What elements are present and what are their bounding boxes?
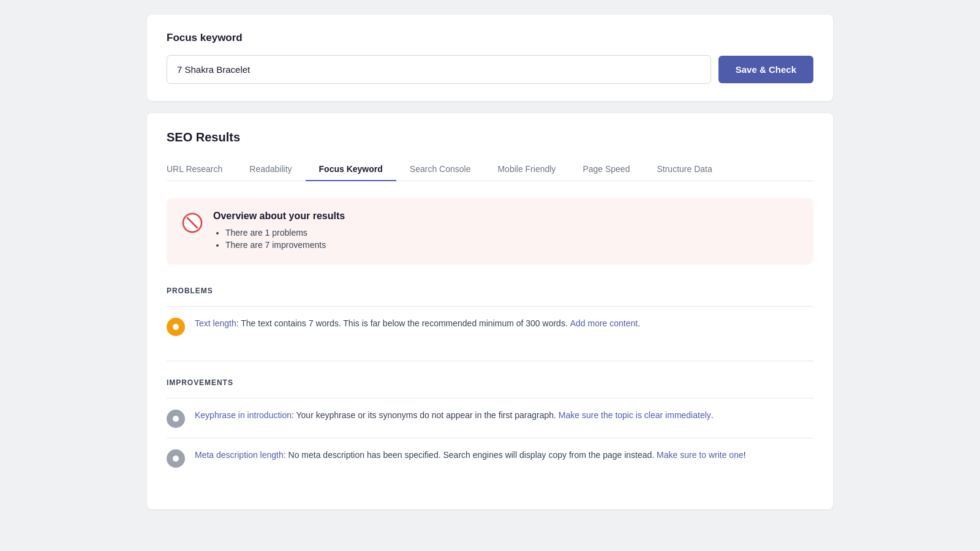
problems-label: PROBLEMS <box>167 287 813 295</box>
section-divider <box>167 361 813 361</box>
meta-text-body: : No meta description has been specified… <box>284 450 657 460</box>
problems-section: PROBLEMS Text length: The text contains … <box>167 287 813 346</box>
keyphrase-intro-link[interactable]: Keyphrase in introduction <box>195 410 292 420</box>
improvements-label: IMPROVEMENTS <box>167 378 813 387</box>
tab-page-speed[interactable]: Page Speed <box>569 158 643 181</box>
overview-list: There are 1 problems There are 7 improve… <box>213 228 345 250</box>
overview-heading: Overview about your results <box>213 211 345 222</box>
tab-readability[interactable]: Readability <box>236 158 305 181</box>
save-check-button[interactable]: Save & Check <box>718 56 813 83</box>
badge-dot-2 <box>173 455 179 462</box>
improvement-meta-content: Meta description length: No meta descrip… <box>195 448 746 462</box>
problem-text-body: : The text contains 7 words. This is far… <box>236 318 570 328</box>
tabs-row: URL Research Readability Focus Keyword S… <box>167 158 813 181</box>
problem-text-length: Text length: The text contains 7 words. … <box>167 306 813 346</box>
overview-item-improvements: There are 7 improvements <box>225 240 345 250</box>
overview-item-problems: There are 1 problems <box>225 228 345 238</box>
tab-search-console[interactable]: Search Console <box>396 158 484 181</box>
focus-keyword-title: Focus keyword <box>167 32 813 44</box>
improvements-section: IMPROVEMENTS Keyphrase in introduction: … <box>167 378 813 478</box>
problem-badge-orange <box>167 318 185 336</box>
keyphrase-text-end: . <box>711 410 714 420</box>
warning-icon <box>181 212 203 234</box>
seo-results-card: SEO Results URL Research Readability Foc… <box>147 113 833 509</box>
overview-content: Overview about your results There are 1 … <box>213 211 345 252</box>
improvement-keyphrase-intro: Keyphrase in introduction: Your keyphras… <box>167 398 813 438</box>
meta-text-end: ! <box>744 450 746 460</box>
improvement-badge-gray-1 <box>167 410 185 428</box>
seo-results-title: SEO Results <box>167 130 813 144</box>
focus-keyword-input[interactable] <box>167 55 711 84</box>
problem-text-length-content: Text length: The text contains 7 words. … <box>195 317 640 330</box>
meta-description-link[interactable]: Meta description length <box>195 450 284 460</box>
add-more-content-link[interactable]: Add more content <box>570 318 638 328</box>
write-meta-link[interactable]: Make sure to write one <box>657 450 744 460</box>
make-topic-clear-link[interactable]: Make sure the topic is clear immediately <box>559 410 711 420</box>
text-length-link[interactable]: Text length <box>195 318 236 328</box>
badge-dot-1 <box>173 416 179 422</box>
tab-structure-data[interactable]: Structure Data <box>643 158 725 181</box>
improvement-keyphrase-content: Keyphrase in introduction: Your keyphras… <box>195 408 714 422</box>
improvement-badge-gray-2 <box>167 449 185 468</box>
tab-url-research[interactable]: URL Research <box>167 158 236 181</box>
improvement-meta-description: Meta description length: No meta descrip… <box>167 438 813 478</box>
tab-focus-keyword[interactable]: Focus Keyword <box>306 158 396 181</box>
badge-dot <box>173 324 179 330</box>
focus-keyword-card: Focus keyword Save & Check <box>147 15 833 101</box>
overview-box: Overview about your results There are 1 … <box>167 198 813 264</box>
problem-text-end: . <box>638 318 640 328</box>
focus-keyword-row: Save & Check <box>167 55 813 84</box>
keyphrase-text-body: : Your keyphrase or its synonyms do not … <box>292 410 559 420</box>
tab-mobile-friendly[interactable]: Mobile Friendly <box>484 158 569 181</box>
